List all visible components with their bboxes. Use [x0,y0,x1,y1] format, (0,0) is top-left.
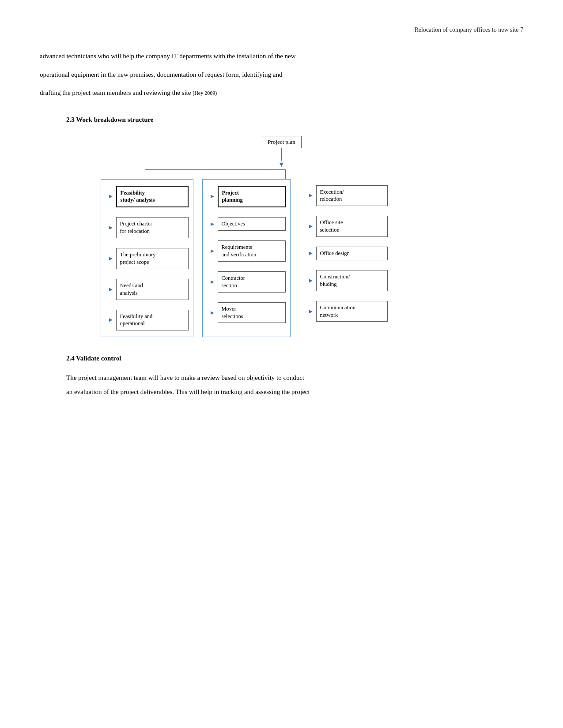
three-cols-row: ► Feasibilitystudy/ analysis ► Project c… [101,179,463,338]
col2-item-1: ► Projectplanning [210,186,286,208]
col2-box-2: Objectives [218,217,285,231]
drop-col1 [145,169,145,179]
col1-box-3: The preliminaryproject scope [116,248,188,269]
wbs-diagram-container: Project plan ▼ ► Feasibilitystudy/ an [40,136,523,338]
col1-item-3: ► The preliminaryproject scope [108,248,189,269]
header-text: Relocation of company offices to new sit… [414,26,523,34]
col3-item-1: ► Execution/relocation [308,185,388,206]
col2-border: ► Projectplanning ► Objectives ► Require… [202,179,291,338]
validate-para-2: an evaluation of the project deliverable… [66,385,523,399]
col1-item-4: ► Needs andanalysis [108,279,189,300]
col3-item-4: ► Construction/biuding [308,270,388,291]
col1-item-5: ► Feasibility andoperational [108,310,189,331]
gap-col1-col2 [193,179,202,338]
page-header: Relocation of company offices to new sit… [40,26,523,34]
col3-box-4: Construction/biuding [316,270,387,291]
col2-item-2: ► Objectives [210,217,286,231]
body-para-3: drafting the project team members and re… [40,86,523,100]
col2-item-5: ► Moverselections [210,302,286,323]
wbs-top-structure: Project plan ▼ ► Feasibilitystudy/ an [44,136,519,338]
arrow-icon-2: ► [108,224,114,231]
wbs-top-node: Project plan [262,136,302,148]
col1-box-2: Project charterfor relocation [116,217,188,238]
arrow2-icon-4: ► [210,278,215,285]
body-para-2: operational equipment in the new premise… [40,68,523,82]
validate-text-block: The project management team will have to… [40,371,523,399]
drop-col2 [285,169,286,179]
arrow2-icon-3: ► [210,248,215,255]
col2-box-5: Moverselections [218,302,285,323]
arrow2-icon-1: ► [210,193,215,200]
col1-box-5: Feasibility andoperational [116,310,188,331]
col2-box-4: Contractorsection [218,271,285,293]
col1-box-1: Feasibilitystudy/ analysis [116,186,188,208]
body-para-1: advanced technicians who will help the c… [40,49,523,64]
arrow3-icon-2: ► [308,223,314,230]
col2-item-3: ► Requirementsand verification [210,240,286,262]
arrow2-icon-5: ► [210,309,215,316]
col3-area: ► Execution/relocation ► Office sitesele… [304,179,392,338]
col1-box-4: Needs andanalysis [116,279,188,300]
arrow3-icon-5: ► [308,308,314,315]
top-vline [281,148,282,161]
arrow-icon-5: ► [108,316,114,323]
col2-item-4: ► Contractorsection [210,271,286,293]
gap-col2-col3 [291,179,304,338]
col3-box-1: Execution/relocation [316,185,387,206]
arrow-icon-4: ► [108,286,114,293]
section-2-3-heading: 2.3 Work breakdown structure [66,116,523,124]
col3-box-3: Office design [316,247,387,260]
arrow-down-icon: ▼ [278,161,285,169]
arrow-icon-1: ► [108,193,114,200]
col1-item-1: ► Feasibilitystudy/ analysis [108,186,189,208]
col3-box-2: Office siteselection [316,216,387,237]
col3-box-5: Communicationnetwork [316,301,387,322]
reference: (Hey 2009) [193,90,217,96]
arrow3-icon-1: ► [308,192,314,199]
col2-box-1: Projectplanning [218,186,285,208]
col3-item-5: ► Communicationnetwork [308,301,388,322]
arrow3-icon-4: ► [308,277,314,284]
h-top-bar [145,169,285,170]
col3-item-3: ► Office design [308,247,388,260]
col2-box-3: Requirementsand verification [218,240,285,262]
wbs-columns-area: ► Feasibilitystudy/ analysis ► Project c… [101,169,463,338]
section-2-4-heading: 2.4 Validate control [66,355,523,362]
arrow-icon-3: ► [108,255,114,262]
project-plan-box: Project plan [262,136,302,148]
body-text-block: advanced technicians who will help the c… [40,49,523,100]
arrow3-icon-3: ► [308,250,314,257]
col3-item-2: ► Office siteselection [308,216,388,237]
col1-border: ► Feasibilitystudy/ analysis ► Project c… [101,179,193,338]
arrow2-icon-2: ► [210,221,215,228]
col1-item-2: ► Project charterfor relocation [108,217,189,238]
validate-para-1: The project management team will have to… [66,371,523,385]
